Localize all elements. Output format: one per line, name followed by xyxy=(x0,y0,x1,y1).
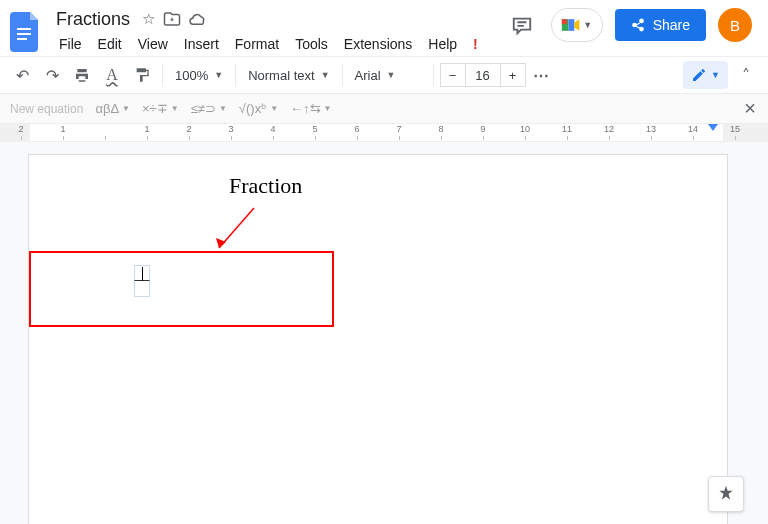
font-size-increase[interactable]: + xyxy=(500,63,526,87)
svg-rect-0 xyxy=(17,28,31,30)
print-icon[interactable] xyxy=(68,61,96,89)
svg-rect-2 xyxy=(17,38,27,40)
eq-math-menu[interactable]: √(‌)xᵇ▼ xyxy=(239,101,278,116)
document-canvas: Fraction xyxy=(0,142,768,524)
font-select[interactable]: Arial▼ xyxy=(349,61,427,89)
main-toolbar: ↶ ↷ A 100%▼ Normal text▼ Arial▼ − 16 + ⋯… xyxy=(0,56,768,94)
document-title[interactable]: Fractions xyxy=(52,9,134,30)
menu-tools[interactable]: Tools xyxy=(288,34,335,54)
eq-relations-menu[interactable]: ≤≠⊃▼ xyxy=(191,101,227,116)
docs-logo[interactable] xyxy=(8,8,44,56)
new-equation-button[interactable]: New equation xyxy=(10,102,83,116)
svg-point-7 xyxy=(639,19,643,23)
menu-insert[interactable]: Insert xyxy=(177,34,226,54)
menu-help[interactable]: Help xyxy=(421,34,464,54)
equation-toolbar: New equation αβΔ▼ ×÷∓▼ ≤≠⊃▼ √(‌)xᵇ▼ ←↑⇆▼… xyxy=(0,94,768,124)
document-page[interactable]: Fraction xyxy=(28,154,728,524)
font-size-decrease[interactable]: − xyxy=(440,63,466,87)
share-label: Share xyxy=(653,17,690,33)
eq-greek-menu[interactable]: αβΔ▼ xyxy=(95,101,130,116)
explore-button[interactable] xyxy=(708,476,744,512)
fraction-numerator-box[interactable] xyxy=(134,265,150,281)
menu-view[interactable]: View xyxy=(131,34,175,54)
undo-icon[interactable]: ↶ xyxy=(8,61,36,89)
more-tools-icon[interactable]: ⋯ xyxy=(528,61,556,89)
fraction-denominator-box[interactable] xyxy=(134,281,150,297)
zoom-select[interactable]: 100%▼ xyxy=(169,61,229,89)
redo-icon[interactable]: ↷ xyxy=(38,61,66,89)
svg-point-6 xyxy=(632,23,636,27)
menu-file[interactable]: File xyxy=(52,34,89,54)
svg-rect-4 xyxy=(569,19,575,31)
horizontal-ruler[interactable]: 211234567891011121314151617 xyxy=(0,124,768,142)
cloud-status-icon[interactable] xyxy=(189,10,207,28)
eq-arrows-menu[interactable]: ←↑⇆▼ xyxy=(290,101,331,116)
style-select[interactable]: Normal text▼ xyxy=(242,61,335,89)
font-size-input[interactable]: 16 xyxy=(466,63,500,87)
menu-extensions[interactable]: Extensions xyxy=(337,34,419,54)
close-equation-toolbar-icon[interactable]: × xyxy=(744,97,756,120)
paint-format-icon[interactable] xyxy=(128,61,156,89)
svg-rect-5 xyxy=(562,19,567,24)
spellcheck-icon[interactable]: A xyxy=(98,61,126,89)
svg-rect-1 xyxy=(17,33,31,35)
account-avatar[interactable]: B xyxy=(718,8,752,42)
eq-operators-menu[interactable]: ×÷∓▼ xyxy=(142,101,179,116)
editing-mode-button[interactable]: ▼ xyxy=(683,61,728,89)
share-button[interactable]: Share xyxy=(615,9,706,41)
svg-point-8 xyxy=(639,27,643,31)
menubar: File Edit View Insert Format Tools Exten… xyxy=(52,34,485,54)
meet-button[interactable]: ▼ xyxy=(551,8,603,42)
star-icon[interactable]: ☆ xyxy=(142,10,155,28)
menu-alert-icon[interactable]: ! xyxy=(466,34,485,54)
menu-edit[interactable]: Edit xyxy=(91,34,129,54)
move-icon[interactable] xyxy=(163,10,181,28)
annotation-label: Fraction xyxy=(229,173,302,199)
collapse-toolbar-icon[interactable]: ˄ xyxy=(732,61,760,89)
menu-format[interactable]: Format xyxy=(228,34,286,54)
comment-history-icon[interactable] xyxy=(505,8,539,42)
equation-fraction-placeholder[interactable] xyxy=(134,265,150,297)
annotation-highlight-box xyxy=(29,251,334,327)
